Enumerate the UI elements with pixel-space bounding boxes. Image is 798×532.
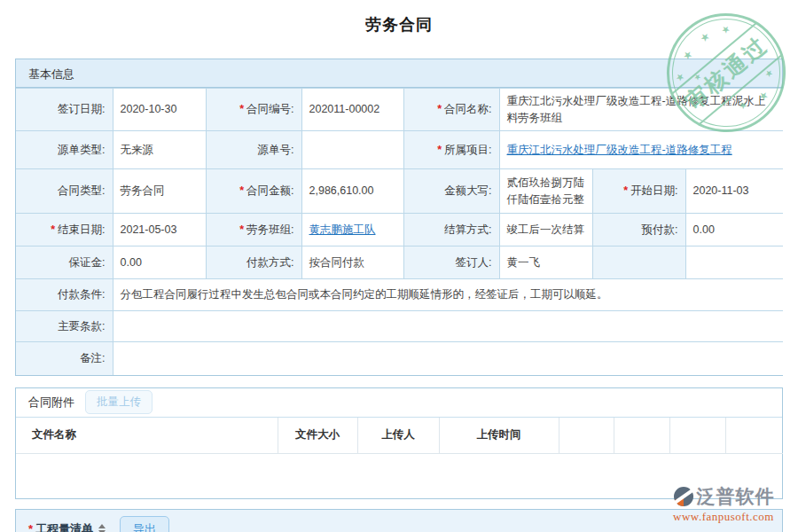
field-value-remarks [113, 342, 783, 375]
attachments-table: 文件名称 文件大小 上传人 上传时间 [16, 418, 783, 455]
required-asterisk: * [239, 103, 244, 115]
attachments-header-row: 文件名称 文件大小 上传人 上传时间 [16, 418, 783, 454]
attachments-empty-body [16, 454, 782, 498]
field-label-empty [592, 246, 685, 279]
column-empty [559, 418, 614, 454]
required-asterisk: * [239, 223, 244, 236]
field-value-contract-no: 202011-00002 [301, 89, 403, 131]
table-row: 主要条款: [16, 311, 783, 342]
sort-icon[interactable] [98, 524, 106, 532]
column-uploader: 上传人 [357, 418, 439, 454]
attachments-panel: 合同附件 批量上传 文件名称 文件大小 上传人 上传时间 [15, 387, 783, 500]
field-label-source-type: 源单类型: [16, 131, 113, 169]
field-value-main-clauses [113, 311, 783, 342]
field-value-deposit: 0.00 [113, 246, 206, 279]
field-label-remarks: 备注: [16, 342, 113, 375]
table-row: 保证金: 0.00 付款方式: 按合同付款 签订人: 黄一飞 [16, 246, 783, 279]
field-value-contract-type: 劳务合同 [113, 169, 206, 214]
field-label-payment-method: 付款方式: [206, 246, 301, 279]
field-value-contract-name: 重庆江北污水处理厂级改造工程-道路修复工程泥水上料劳务班组 [499, 89, 783, 131]
field-label-payment-terms: 付款条件: [16, 279, 113, 311]
column-empty [725, 418, 783, 454]
field-value-payment-method: 按合同付款 [301, 246, 403, 279]
required-asterisk: * [51, 223, 55, 236]
page-title: 劳务合同 [0, 0, 798, 35]
project-link[interactable]: 重庆江北污水处理厂级改造工程-道路修复工程 [507, 144, 732, 156]
field-value-end-date: 2021-05-03 [113, 214, 206, 246]
field-value-amount-words: 贰佰玖拾捌万陆仟陆佰壹拾元整 [499, 169, 592, 214]
basic-info-section-title: 基本信息 [16, 59, 782, 88]
field-value-empty [685, 246, 783, 279]
field-value-prepayment: 0.00 [685, 214, 783, 246]
attachments-section-title: 合同附件 [28, 395, 74, 411]
field-value-source-type: 无来源 [113, 131, 206, 169]
field-label-end-date: *结束日期: [16, 214, 113, 246]
field-label-signer: 签订人: [403, 246, 499, 279]
boq-label: 工程量清单 [35, 521, 93, 532]
field-label-project: *所属项目: [403, 131, 499, 169]
required-asterisk: * [28, 522, 33, 532]
boq-toolbar: * 工程量清单 导出 [15, 509, 783, 532]
labor-team-link[interactable]: 黄志鹏施工队 [309, 223, 376, 236]
field-value-payment-terms: 分包工程合同履行过程中发生总包合同或本合同约定的工期顺延情形的，经签证后，工期可… [113, 279, 783, 311]
required-asterisk: * [239, 184, 244, 197]
field-value-settlement: 竣工后一次结算 [499, 214, 592, 246]
sort-up-arrow [98, 524, 106, 528]
table-row: 源单类型: 无来源 源单号: *所属项目: 重庆江北污水处理厂级改造工程-道路修… [16, 131, 783, 169]
attachments-header: 合同附件 批量上传 [16, 388, 782, 418]
table-row: 签订日期: 2020-10-30 *合同编号: 202011-00002 *合同… [16, 89, 783, 131]
field-value-source-no [301, 131, 403, 169]
field-label-source-no: 源单号: [206, 131, 301, 169]
field-label-contract-no: *合同编号: [206, 89, 301, 131]
field-value-amount: 2,986,610.00 [301, 169, 403, 214]
field-label-sign-date: 签订日期: [16, 89, 113, 131]
field-label-main-clauses: 主要条款: [16, 311, 113, 342]
field-label-contract-type: 合同类型: [16, 169, 113, 214]
field-value-signer: 黄一飞 [499, 246, 592, 279]
basic-info-panel: 基本信息 签订日期: 2020-10-30 *合同编号: 202011-0000… [15, 59, 783, 376]
field-label-labor-team: *劳务班组: [206, 214, 301, 246]
field-value-start-date: 2020-11-03 [685, 169, 783, 214]
labor-contract-page: 劳务合同 审核通过 基本信息 签订日期: 2020-10-30 *合同编号: 2… [0, 0, 798, 532]
export-button[interactable]: 导出 [120, 516, 169, 532]
field-value-labor-team: 黄志鹏施工队 [301, 214, 403, 246]
field-label-contract-name: *合同名称: [403, 89, 499, 131]
field-label-prepayment: 预付款: [592, 214, 685, 246]
required-asterisk: * [437, 103, 442, 115]
table-row: 备注: [16, 342, 783, 375]
field-label-start-date: *开始日期: [592, 169, 685, 214]
column-empty [669, 418, 725, 454]
table-row: 合同类型: 劳务合同 *合同金额: 2,986,610.00 金额大写: 贰佰玖… [16, 169, 783, 214]
field-value-project: 重庆江北污水处理厂级改造工程-道路修复工程 [499, 131, 783, 169]
basic-info-table: 签订日期: 2020-10-30 *合同编号: 202011-00002 *合同… [16, 88, 783, 375]
required-asterisk: * [623, 184, 628, 197]
batch-upload-button[interactable]: 批量上传 [85, 390, 153, 414]
column-file-name: 文件名称 [16, 418, 278, 454]
column-upload-time: 上传时间 [439, 418, 559, 454]
required-asterisk: * [437, 144, 442, 156]
column-file-size: 文件大小 [278, 418, 357, 454]
table-row: 付款条件: 分包工程合同履行过程中发生总包合同或本合同约定的工期顺延情形的，经签… [16, 279, 783, 311]
field-label-deposit: 保证金: [16, 246, 113, 279]
table-row: *结束日期: 2021-05-03 *劳务班组: 黄志鹏施工队 结算方式: 竣工… [16, 214, 783, 246]
field-label-settlement: 结算方式: [403, 214, 499, 246]
column-empty [614, 418, 669, 454]
field-label-amount: *合同金额: [206, 169, 301, 214]
field-value-sign-date: 2020-10-30 [113, 89, 206, 131]
field-label-amount-words: 金额大写: [403, 169, 499, 214]
